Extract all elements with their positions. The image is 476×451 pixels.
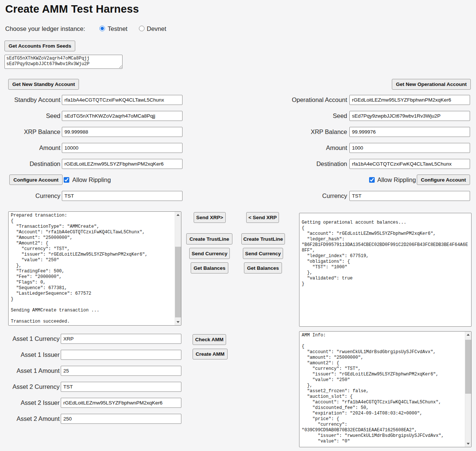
amm-info-text: AMM Info: { "account": "rwuenCkUL1MdrBsd…	[302, 333, 463, 446]
ledger-instance-label: Choose your ledger instance:	[5, 25, 85, 33]
operational-destination-label: Destination	[283, 159, 347, 169]
operational-amount-label: Amount	[283, 143, 347, 153]
operational-seed-input[interactable]	[349, 111, 470, 121]
standby-results-text: Prepared transaction: { "TransactionType…	[11, 213, 172, 324]
amm-info-scrollbar[interactable]	[465, 332, 471, 447]
asset1-amount-input[interactable]	[61, 366, 181, 376]
operational-amount-input[interactable]	[349, 143, 470, 153]
asset2-currency-label: Asset 2 Currency	[4, 382, 60, 392]
create-amm-button[interactable]: Create AMM	[193, 349, 228, 359]
devnet-radio[interactable]	[139, 26, 145, 31]
standby-destination-label: Destination	[4, 159, 60, 169]
operational-xrp-balance-label: XRP Balance	[283, 127, 347, 137]
scroll-down-button[interactable]	[175, 319, 181, 325]
standby-xrp-balance-input[interactable]	[62, 127, 183, 137]
standby-send-currency-button[interactable]: Send Currency	[189, 248, 230, 259]
testnet-radio[interactable]	[99, 26, 105, 31]
standby-seed-label: Seed	[4, 111, 60, 121]
scrollbar-thumb[interactable]	[465, 340, 471, 394]
testnet-radio-label: Testnet	[108, 25, 127, 33]
standby-amount-label: Amount	[4, 143, 60, 153]
operational-allow-rippling-label: Allow Rippling	[377, 175, 416, 185]
standby-configure-account-button[interactable]: Configure Account	[9, 175, 63, 185]
asset1-amount-label: Asset 1 Amount	[4, 366, 60, 376]
operational-account-input[interactable]	[349, 95, 470, 105]
standby-destination-input[interactable]	[62, 159, 183, 169]
operational-allow-rippling-checkbox[interactable]	[369, 177, 375, 183]
standby-send-xrp-button[interactable]: Send XRP>	[194, 212, 226, 223]
asset1-issuer-input[interactable]	[61, 350, 181, 360]
arrow-down-icon	[177, 321, 180, 323]
page-title: Create AMM Test Harness	[5, 3, 139, 15]
standby-amount-input[interactable]	[62, 143, 183, 153]
check-amm-button[interactable]: Check AMM	[193, 334, 226, 345]
arrow-up-icon	[177, 214, 180, 216]
scroll-up-button[interactable]	[175, 212, 181, 218]
operational-destination-input[interactable]	[349, 159, 470, 169]
standby-currency-label: Currency	[4, 191, 60, 201]
scrollbar-thumb[interactable]	[175, 247, 181, 317]
operational-account-label: Operational Account	[283, 95, 347, 105]
standby-seed-input[interactable]	[62, 111, 183, 121]
standby-account-input[interactable]	[62, 95, 183, 105]
asset2-currency-input[interactable]	[61, 382, 181, 392]
operational-currency-label: Currency	[283, 191, 347, 201]
operational-create-trustline-button[interactable]: Create TrustLine	[241, 233, 285, 244]
operational-seed-label: Seed	[283, 111, 347, 121]
standby-create-trustline-button[interactable]: Create TrustLine	[186, 233, 232, 244]
standby-xrp-balance-label: XRP Balance	[4, 127, 60, 137]
operational-results-text: Getting operational account balances... …	[302, 214, 469, 325]
get-accounts-from-seeds-button[interactable]: Get Accounts From Seeds	[4, 41, 75, 51]
asset2-issuer-input[interactable]	[61, 398, 181, 408]
get-new-operational-account-button[interactable]: Get New Operational Account	[392, 79, 471, 90]
amm-info-textarea[interactable]: AMM Info: { "account": "rwuenCkUL1MdrBsd…	[299, 331, 472, 447]
seeds-textarea[interactable]: sEdTG5nXThKWZoV2aqrh47oMCa8Pqjj sEd7Pqy9…	[4, 55, 123, 69]
standby-allow-rippling-label: Allow Rippling	[72, 175, 111, 185]
operational-send-currency-button[interactable]: Send Currency	[243, 248, 283, 259]
operational-send-xrp-button[interactable]: < Send XRP	[246, 212, 279, 223]
standby-results-scrollbar[interactable]	[175, 212, 181, 325]
operational-xrp-balance-input[interactable]	[349, 127, 470, 137]
asset2-issuer-label: Asset 2 Issuer	[4, 398, 60, 408]
asset1-currency-label: Asset 1 Currency	[4, 334, 60, 344]
get-new-standby-account-button[interactable]: Get New Standby Account	[8, 79, 79, 90]
standby-account-label: Standby Account	[4, 95, 60, 105]
standby-results-textarea[interactable]: Prepared transaction: { "TransactionType…	[8, 211, 181, 326]
asset2-amount-input[interactable]	[61, 414, 181, 424]
operational-get-balances-button[interactable]: Get Balances	[244, 262, 282, 274]
standby-currency-input[interactable]	[62, 191, 183, 201]
arrow-down-icon	[467, 443, 470, 445]
operational-configure-account-button[interactable]: Configure Account	[417, 175, 470, 185]
scroll-down-button[interactable]	[465, 441, 471, 447]
scroll-up-button[interactable]	[465, 332, 471, 338]
operational-results-textarea[interactable]: Getting operational account balances... …	[299, 213, 472, 327]
arrow-up-icon	[467, 334, 470, 336]
standby-allow-rippling-checkbox[interactable]	[64, 177, 69, 183]
asset1-currency-input[interactable]	[61, 334, 181, 344]
operational-currency-input[interactable]	[349, 191, 470, 201]
standby-get-balances-button[interactable]: Get Balances	[191, 262, 228, 274]
asset1-issuer-label: Asset 1 Issuer	[4, 350, 60, 360]
asset2-amount-label: Asset 2 Amount	[4, 414, 60, 424]
devnet-radio-label: Devnet	[147, 25, 166, 33]
amm-test-harness-page: Create AMM Test Harness Choose your ledg…	[0, 0, 476, 451]
